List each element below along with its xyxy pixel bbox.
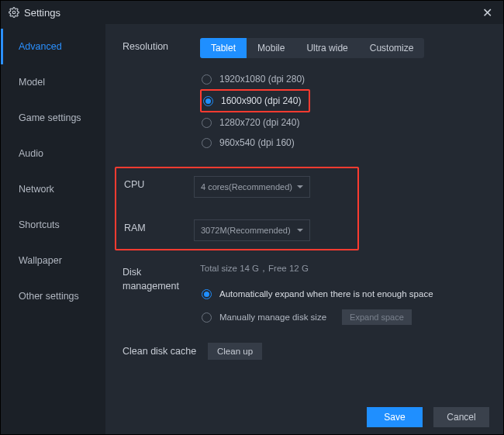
chevron-down-icon <box>297 185 303 188</box>
resolution-options: 1920x1080 (dpi 280) 1600x900 (dpi 240) 1… <box>200 69 486 153</box>
sidebar-item-label: Model <box>19 77 45 88</box>
radio-icon <box>202 138 212 148</box>
cpu-dropdown[interactable]: 4 cores(Recommended) <box>194 176 310 198</box>
disk-option-label: Manually manage disk size <box>219 312 326 322</box>
resolution-row: Resolution Tablet Mobile Ultra wide Cust… <box>123 38 486 153</box>
sidebar-item-label: Audio <box>19 148 43 159</box>
close-icon[interactable]: ✕ <box>479 2 495 23</box>
ram-dropdown[interactable]: 3072M(Recommended) <box>194 219 310 241</box>
resolution-label: Resolution <box>123 38 200 52</box>
radio-icon <box>202 118 212 128</box>
clean-up-button[interactable]: Clean up <box>208 343 262 360</box>
chevron-down-icon <box>297 229 303 232</box>
expand-space-button[interactable]: Expand space <box>342 309 412 325</box>
clean-row: Clean disk cache Clean up <box>123 343 486 360</box>
radio-icon <box>202 74 212 85</box>
sidebar-item-advanced[interactable]: Advanced <box>1 29 105 64</box>
disk-row: Disk management Total size 14 G，Free 12 … <box>123 263 486 329</box>
cancel-button[interactable]: Cancel <box>433 407 489 427</box>
svg-point-0 <box>12 11 16 14</box>
ram-label: RAM <box>124 219 194 233</box>
resolution-option-960x540[interactable]: 960x540 (dpi 160) <box>200 133 486 153</box>
resolution-option-label: 1920x1080 (dpi 280) <box>219 74 305 85</box>
cpu-label: CPU <box>124 176 194 190</box>
tab-tablet[interactable]: Tablet <box>200 38 247 58</box>
clean-label: Clean disk cache <box>123 343 208 357</box>
gear-icon <box>9 7 19 18</box>
disk-option-label: Automatically expand when there is not e… <box>219 289 433 299</box>
window-title: Settings <box>24 7 479 19</box>
sidebar-item-shortcuts[interactable]: Shortcuts <box>1 207 105 243</box>
ram-value: 3072M(Recommended) <box>201 226 291 235</box>
resolution-option-1280x720[interactable]: 1280x720 (dpi 240) <box>200 112 486 133</box>
save-button[interactable]: Save <box>367 407 423 427</box>
sidebar-item-label: Other settings <box>19 291 79 302</box>
cpu-value: 4 cores(Recommended) <box>201 182 292 192</box>
resolution-option-label: 1600x900 (dpi 240) <box>221 95 301 106</box>
sidebar-item-label: Network <box>19 184 54 195</box>
cpu-row: CPU 4 cores(Recommended) <box>116 176 342 198</box>
resolution-tabs: Tablet Mobile Ultra wide Customize <box>200 38 424 58</box>
radio-icon <box>202 312 212 323</box>
disk-label: Disk management <box>123 263 200 293</box>
settings-window: Settings ✕ Advanced Model Game settings … <box>0 0 504 435</box>
sidebar-item-wallpaper[interactable]: Wallpaper <box>1 243 105 278</box>
resolution-option-label: 1280x720 (dpi 240) <box>219 117 299 128</box>
sidebar-item-model[interactable]: Model <box>1 64 105 100</box>
sidebar-item-label: Game settings <box>19 112 81 123</box>
ram-row: RAM 3072M(Recommended) <box>116 219 342 241</box>
resolution-option-1600x900[interactable]: 1600x900 (dpi 240) <box>202 91 301 111</box>
sidebar-item-label: Shortcuts <box>19 219 60 230</box>
resolution-option-label: 960x540 (dpi 160) <box>219 137 295 148</box>
disk-option-manual[interactable]: Manually manage disk size Expand space <box>200 306 486 329</box>
disk-info: Total size 14 G，Free 12 G <box>200 263 486 274</box>
tab-mobile[interactable]: Mobile <box>247 38 295 58</box>
sidebar-item-label: Wallpaper <box>19 255 62 266</box>
titlebar[interactable]: Settings ✕ <box>1 1 503 24</box>
sidebar: Advanced Model Game settings Audio Netwo… <box>1 24 105 400</box>
sidebar-item-label: Advanced <box>19 41 62 52</box>
main-panel: Resolution Tablet Mobile Ultra wide Cust… <box>105 24 503 400</box>
sidebar-item-audio[interactable]: Audio <box>1 136 105 171</box>
sidebar-item-network[interactable]: Network <box>1 171 105 207</box>
highlight-resolution: 1600x900 (dpi 240) <box>200 89 310 112</box>
footer: Save Cancel <box>105 400 503 434</box>
highlight-cpu-ram: CPU 4 cores(Recommended) RAM 3072M(Recom… <box>115 167 359 250</box>
sidebar-item-other-settings[interactable]: Other settings <box>1 278 105 314</box>
sidebar-item-game-settings[interactable]: Game settings <box>1 100 105 136</box>
tab-customize[interactable]: Customize <box>359 38 425 58</box>
resolution-option-1920x1080[interactable]: 1920x1080 (dpi 280) <box>200 69 486 89</box>
radio-icon <box>202 289 212 299</box>
disk-option-auto[interactable]: Automatically expand when there is not e… <box>200 282 486 306</box>
radio-icon <box>203 96 213 106</box>
tab-ultra-wide[interactable]: Ultra wide <box>295 38 358 58</box>
